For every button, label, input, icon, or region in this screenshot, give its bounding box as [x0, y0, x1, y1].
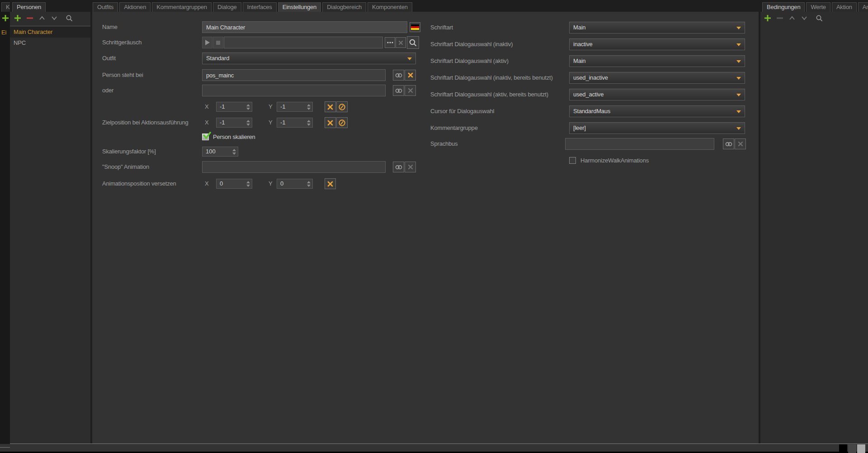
clipped-left-dock: Ku Ei [0, 0, 10, 447]
tab-animations[interactable]: Animations [858, 2, 868, 12]
form-row-font-dialog-active: Schriftart Dialogauswahl (aktiv) Main [92, 55, 759, 67]
x-axis-label: X [205, 178, 208, 190]
chevron-down-icon [801, 14, 808, 22]
form-row-comment-group: Kommentargruppe [leer] [92, 122, 759, 134]
spinner-down-icon[interactable] [307, 185, 311, 187]
add-character-button[interactable] [13, 14, 22, 23]
tab-kommentargruppen[interactable]: Kommentargruppen [152, 2, 212, 12]
font-value: Main [573, 24, 585, 31]
dropdown-caret-icon [736, 27, 741, 29]
dropdown-caret-icon [736, 43, 741, 46]
spinner-up-icon[interactable] [246, 181, 250, 183]
font-dialog-inactive-label: Schriftart Dialogauswahl (inaktiv) [430, 38, 513, 50]
link-speech-bus-button[interactable] [723, 138, 734, 149]
clipped-dock-selected-item[interactable]: Ei [1, 29, 6, 36]
spinner-down-icon[interactable] [232, 153, 236, 155]
tab-komponenten[interactable]: Komponenten [368, 2, 412, 12]
font-select[interactable]: Main [569, 22, 745, 33]
clipped-dock-tab[interactable]: Ku [1, 2, 10, 12]
add-button[interactable] [1, 14, 10, 23]
tab-aktion[interactable]: Aktion [832, 2, 857, 12]
reset-offset-button[interactable] [325, 178, 336, 189]
offset-y-value: 0 [277, 179, 305, 188]
right-tabbar: Bedingungen Werte Aktion Animations [762, 2, 868, 12]
comment-group-value: [leer] [573, 124, 586, 131]
list-item-main-character[interactable]: Main Character [10, 27, 90, 38]
characters-panel [10, 12, 90, 443]
dropdown-caret-icon [736, 77, 741, 80]
font-dialog-used-active-label: Schriftart Dialogauswahl (aktiv, bereits… [430, 89, 548, 100]
font-dialog-used-active-select[interactable]: used_active [569, 89, 745, 100]
link-icon [725, 141, 732, 147]
dropdown-caret-icon [736, 60, 741, 63]
conditions-panel [760, 12, 868, 443]
move-up-button[interactable] [38, 14, 47, 23]
form-row-font-dialog-used-active: Schriftart Dialogauswahl (aktiv, bereits… [92, 89, 759, 100]
y-axis-label: Y [269, 178, 272, 190]
visionaire-editor-window: Ku Ei Personen Main Character NPC [0, 0, 868, 453]
search-character-button[interactable] [65, 14, 74, 23]
list-item-npc[interactable]: NPC [10, 38, 90, 48]
character-list: Main Character NPC [10, 27, 90, 48]
tab-einstellungen[interactable]: Einstellungen [278, 2, 321, 12]
search-condition-button[interactable] [815, 14, 824, 23]
tab-interfaces[interactable]: Interfaces [243, 2, 277, 12]
characters-toolbar [13, 14, 74, 23]
font-dialog-active-value: Main [573, 57, 585, 64]
chevron-down-icon [51, 14, 58, 22]
font-dialog-inactive-value: inactive [573, 41, 592, 48]
speech-bus-input[interactable] [565, 138, 714, 150]
move-up-button[interactable] [788, 14, 797, 23]
status-swatch-grey [848, 444, 856, 453]
dialog-cursor-select[interactable]: StandardMaus [569, 105, 745, 117]
harmonize-walk-checkbox[interactable] [569, 157, 576, 164]
tab-dialoge[interactable]: Dialoge [213, 2, 241, 12]
move-down-button[interactable] [50, 14, 59, 23]
remove-character-button[interactable] [25, 14, 34, 23]
font-dialog-used-inactive-select[interactable]: used_inactive [569, 72, 745, 84]
tab-aktionen[interactable]: Aktionen [119, 2, 151, 12]
plus-icon [764, 14, 772, 22]
spinner-up-icon[interactable] [246, 120, 250, 122]
dock-bottom-border [0, 447, 10, 448]
main-tabbar: Outfits Aktionen Kommentargruppen Dialog… [93, 2, 412, 12]
form-row-speech-bus: Sprachbus [92, 138, 759, 150]
status-swatch-black [839, 444, 847, 453]
tab-outfits[interactable]: Outfits [93, 2, 118, 12]
status-swatch-light [857, 444, 865, 453]
status-bar [0, 444, 868, 452]
tab-dialogbereich[interactable]: Dialogbereich [322, 2, 366, 12]
spinner-up-icon[interactable] [307, 181, 311, 183]
remove-condition-button[interactable] [775, 14, 784, 23]
minus-icon [26, 14, 34, 22]
add-condition-button[interactable] [763, 14, 772, 23]
tab-personen[interactable]: Personen [12, 2, 46, 12]
font-dialog-used-inactive-label: Schriftart Dialogauswahl (inaktiv, berei… [430, 72, 553, 84]
clear-speech-bus-button[interactable] [735, 138, 746, 149]
font-dialog-active-select[interactable]: Main [569, 55, 745, 67]
plus-icon [1, 14, 9, 22]
offset-x-spinner[interactable]: 0 [216, 179, 252, 189]
x-icon [738, 141, 743, 147]
plus-icon [14, 14, 22, 22]
form-row-harmonize: HarmonizeWalkAnimations [92, 155, 759, 167]
offset-y-spinner[interactable]: 0 [277, 179, 313, 189]
dropdown-caret-icon [736, 127, 741, 130]
comment-group-select[interactable]: [leer] [569, 122, 745, 134]
font-dialog-inactive-select[interactable]: inactive [569, 38, 745, 50]
font-dialog-active-label: Schriftart Dialogauswahl (aktiv) [430, 55, 509, 67]
chevron-up-icon [788, 14, 796, 22]
minus-icon [776, 14, 784, 22]
font-label: Schriftart [430, 22, 453, 33]
spinner-up-icon[interactable] [307, 120, 311, 122]
tab-bedingungen[interactable]: Bedingungen [762, 2, 805, 12]
comment-group-label: Kommentargruppe [430, 122, 478, 134]
tab-werte[interactable]: Werte [806, 2, 830, 12]
animation-offset-label: Animationsposition versetzen [102, 178, 176, 190]
dialog-cursor-value: StandardMaus [573, 108, 610, 114]
offset-x-value: 0 [217, 179, 245, 188]
x-icon [327, 181, 333, 187]
spinner-down-icon[interactable] [246, 185, 250, 187]
move-down-button[interactable] [800, 14, 809, 23]
dropdown-caret-icon [736, 94, 741, 96]
